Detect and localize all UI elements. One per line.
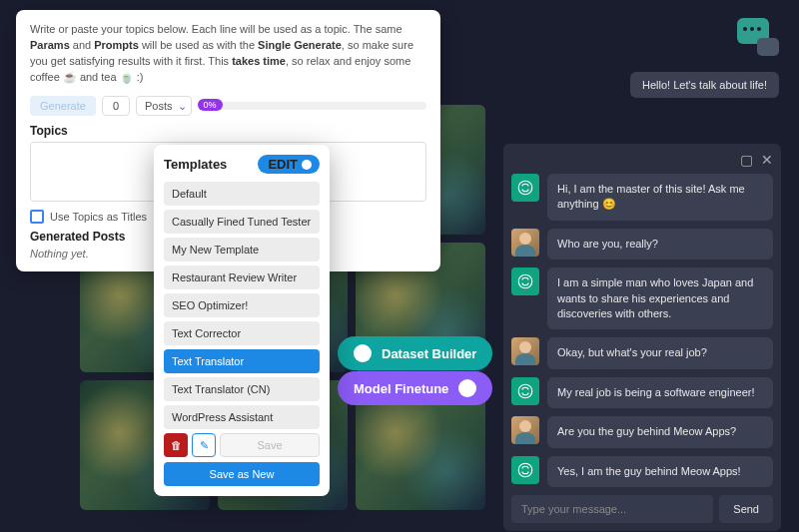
chat-message: Yes, I am the guy behind Meow Apps! [511, 456, 773, 487]
templates-actions: 🗑 ✎ Save [164, 433, 320, 457]
chat-window: ▢ ✕ Hi, I am the master of this site! As… [503, 144, 781, 531]
message-bubble: Hi, I am the master of this site! Ask me… [547, 174, 773, 221]
send-button[interactable]: Send [719, 495, 773, 523]
chat-controls: ▢ ✕ [511, 152, 773, 168]
text: takes time [232, 55, 286, 67]
chat-message: I am a simple man who loves Japan and wa… [511, 267, 773, 329]
template-item[interactable]: My New Template [164, 238, 320, 262]
speech-bubble-icon [757, 38, 779, 56]
select-value: Posts [145, 100, 173, 112]
chat-launcher-icon[interactable] [737, 18, 779, 56]
pencil-icon: ✎ [200, 439, 209, 452]
pill-label: Dataset Builder [382, 346, 476, 361]
chat-greeting: Hello! Let's talk about life! [630, 72, 779, 98]
bulk-intro: Write or paste your topics below. Each l… [30, 22, 426, 86]
template-item[interactable]: Text Corrector [164, 321, 320, 345]
message-bubble: Yes, I am the guy behind Meow Apps! [547, 456, 773, 487]
template-item[interactable]: WordPress Assistant [164, 405, 320, 429]
template-item[interactable]: Text Translator (CN) [164, 377, 320, 401]
trash-icon: 🗑 [171, 439, 182, 451]
expand-icon[interactable]: ▢ [740, 152, 753, 168]
template-item[interactable]: SEO Optimizer! [164, 293, 320, 317]
chat-message: Are you the guy behind Meow Apps? [511, 416, 773, 447]
chat-messages: Hi, I am the master of this site! Ask me… [511, 174, 773, 487]
text: and [70, 39, 94, 51]
template-item[interactable]: Default [164, 182, 320, 206]
template-item[interactable]: Casually Fined Tuned Tester [164, 210, 320, 234]
svg-point-1 [518, 274, 532, 288]
progress-bar: 0% [198, 102, 426, 110]
text: Write or paste your topics below. Each l… [30, 23, 402, 35]
user-avatar [511, 229, 539, 257]
bot-avatar [511, 267, 539, 295]
svg-point-2 [518, 384, 532, 398]
pill-dot [458, 379, 476, 397]
user-avatar [511, 416, 539, 444]
bulk-controls: Generate 0 Posts⌄ 0% [30, 96, 426, 116]
bot-avatar [511, 377, 539, 405]
type-select[interactable]: Posts⌄ [136, 96, 192, 116]
edit-toggle[interactable]: EDIT [258, 155, 320, 174]
save-button[interactable]: Save [220, 433, 320, 457]
topics-label: Topics [30, 124, 426, 138]
generate-button[interactable]: Generate [30, 96, 96, 116]
toggle-knob [302, 160, 312, 170]
pill-dot [354, 344, 372, 362]
message-bubble: Who are you, really? [547, 229, 773, 260]
edit-label: EDIT [268, 157, 298, 172]
bot-avatar [511, 456, 539, 484]
templates-title: Templates [164, 157, 227, 172]
edit-button[interactable]: ✎ [192, 433, 216, 457]
chat-message: Hi, I am the master of this site! Ask me… [511, 174, 773, 221]
chat-input[interactable]: Type your message... [511, 495, 713, 523]
chat-message: Who are you, really? [511, 229, 773, 260]
message-bubble: I am a simple man who loves Japan and wa… [547, 267, 773, 329]
text: will be used as with the [139, 39, 258, 51]
svg-point-3 [518, 463, 532, 477]
delete-button[interactable]: 🗑 [164, 433, 188, 457]
chevron-down-icon: ⌄ [178, 100, 187, 113]
close-icon[interactable]: ✕ [761, 152, 773, 168]
template-item[interactable]: Text Translator [164, 349, 320, 373]
save-as-new-button[interactable]: Save as New [164, 462, 320, 486]
dataset-builder-pill[interactable]: Dataset Builder [338, 336, 492, 370]
chat-input-row: Type your message... Send [511, 495, 773, 523]
text: Params [30, 39, 70, 51]
count-field[interactable]: 0 [102, 96, 130, 116]
templates-popover: Templates EDIT DefaultCasually Fined Tun… [154, 145, 330, 496]
user-avatar [511, 337, 539, 365]
text: Prompts [94, 39, 139, 51]
templates-list: DefaultCasually Fined Tuned TesterMy New… [164, 182, 320, 429]
pill-label: Model Finetune [354, 381, 448, 396]
checkbox-icon [30, 210, 44, 224]
message-bubble: Okay, but what's your real job? [547, 337, 773, 368]
progress-percent: 0% [198, 99, 223, 111]
checkbox-label: Use Topics as Titles [50, 211, 147, 223]
template-item[interactable]: Restaurant Review Writer [164, 266, 320, 289]
templates-header: Templates EDIT [164, 155, 320, 174]
message-bubble: My real job is being a software engineer… [547, 377, 773, 408]
svg-point-0 [518, 181, 532, 195]
message-bubble: Are you the guy behind Meow Apps? [547, 416, 773, 447]
chat-message: Okay, but what's your real job? [511, 337, 773, 368]
text: Single Generate [258, 39, 342, 51]
bot-avatar [511, 174, 539, 202]
model-finetune-pill[interactable]: Model Finetune [338, 371, 492, 405]
chat-message: My real job is being a software engineer… [511, 377, 773, 408]
